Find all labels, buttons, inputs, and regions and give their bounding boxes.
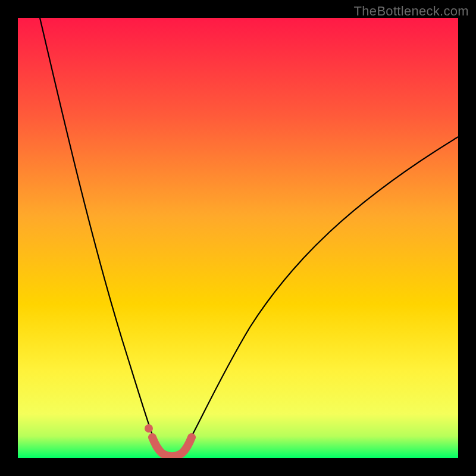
svg-rect-0 — [18, 18, 458, 458]
watermark-text: TheBottleneck.com — [354, 4, 469, 19]
chart-background-gradient — [18, 18, 458, 458]
chart-frame — [18, 18, 458, 458]
